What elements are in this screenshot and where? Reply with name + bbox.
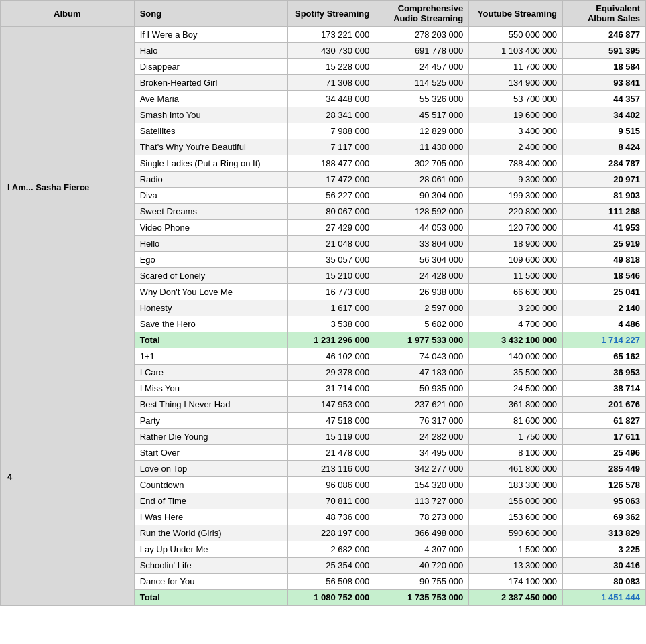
- equivalent-value: 36 953: [563, 365, 646, 381]
- spotify-value: 15 210 000: [288, 268, 375, 284]
- youtube-value: 8 100 000: [469, 445, 563, 461]
- total-spotify: 1 231 296 000: [288, 332, 375, 348]
- song-name: Schoolin' Life: [134, 558, 288, 574]
- spotify-value: 71 308 000: [288, 75, 375, 91]
- spotify-value: 28 341 000: [288, 107, 375, 123]
- table-row: I Am... Sasha FierceIf I Were a Boy173 2…: [1, 27, 646, 43]
- comprehensive-value: 90 304 000: [375, 188, 469, 204]
- song-name: Smash Into You: [134, 107, 288, 123]
- equivalent-value: 8 424: [563, 139, 646, 155]
- spotify-value: 7 117 000: [288, 139, 375, 155]
- comprehensive-value: 55 326 000: [375, 91, 469, 107]
- song-name: Diva: [134, 188, 288, 204]
- youtube-value: 2 400 000: [469, 139, 563, 155]
- youtube-value: 140 000 000: [469, 348, 563, 365]
- song-name: I Miss You: [134, 381, 288, 397]
- spotify-value: 47 518 000: [288, 413, 375, 429]
- song-name: That's Why You're Beautiful: [134, 139, 288, 155]
- equivalent-value: 18 546: [563, 268, 646, 284]
- total-label: Total: [134, 332, 288, 348]
- equivalent-value: 49 818: [563, 252, 646, 268]
- comprehensive-value: 90 755 000: [375, 574, 469, 590]
- youtube-value: 9 300 000: [469, 172, 563, 188]
- comprehensive-value: 26 938 000: [375, 284, 469, 300]
- youtube-value: 13 300 000: [469, 558, 563, 574]
- youtube-value: 3 400 000: [469, 123, 563, 139]
- comprehensive-value: 342 277 000: [375, 461, 469, 477]
- equivalent-value: 591 395: [563, 43, 646, 59]
- equivalent-value: 313 829: [563, 525, 646, 541]
- song-name: If I Were a Boy: [134, 27, 288, 43]
- equivalent-value: 2 140: [563, 300, 646, 316]
- equivalent-value: 81 903: [563, 188, 646, 204]
- youtube-value: 66 600 000: [469, 284, 563, 300]
- spotify-value: 188 477 000: [288, 155, 375, 172]
- spotify-value: 15 228 000: [288, 59, 375, 75]
- comprehensive-value: 4 307 000: [375, 541, 469, 558]
- song-name: I Was Here: [134, 509, 288, 525]
- youtube-value: 19 600 000: [469, 107, 563, 123]
- equivalent-value: 9 515: [563, 123, 646, 139]
- song-name: Hello: [134, 236, 288, 252]
- equivalent-value: 25 496: [563, 445, 646, 461]
- equivalent-value: 246 877: [563, 27, 646, 43]
- spotify-value: 70 811 000: [288, 493, 375, 509]
- header-comprehensive: Comprehensive Audio Streaming: [375, 1, 469, 27]
- equivalent-value: 38 714: [563, 381, 646, 397]
- total-youtube: 2 387 450 000: [469, 590, 563, 606]
- album-cell: 4: [1, 348, 135, 606]
- comprehensive-value: 154 320 000: [375, 477, 469, 493]
- total-equivalent: 1 714 227: [563, 332, 646, 348]
- header-spotify: Spotify Streaming: [288, 1, 375, 27]
- equivalent-value: 34 402: [563, 107, 646, 123]
- equivalent-value: 111 268: [563, 204, 646, 220]
- spotify-value: 27 429 000: [288, 220, 375, 236]
- youtube-value: 81 600 000: [469, 413, 563, 429]
- equivalent-value: 93 841: [563, 75, 646, 91]
- song-name: Ego: [134, 252, 288, 268]
- total-comprehensive: 1 735 753 000: [375, 590, 469, 606]
- comprehensive-value: 76 317 000: [375, 413, 469, 429]
- spotify-value: 17 472 000: [288, 172, 375, 188]
- equivalent-value: 4 486: [563, 316, 646, 332]
- comprehensive-value: 50 935 000: [375, 381, 469, 397]
- song-name: Radio: [134, 172, 288, 188]
- equivalent-value: 285 449: [563, 461, 646, 477]
- youtube-value: 11 500 000: [469, 268, 563, 284]
- song-name: I Care: [134, 365, 288, 381]
- comprehensive-value: 237 621 000: [375, 397, 469, 413]
- comprehensive-value: 278 203 000: [375, 27, 469, 43]
- header-equivalent: Equivalent Album Sales: [563, 1, 646, 27]
- song-name: Save the Hero: [134, 316, 288, 332]
- comprehensive-value: 113 727 000: [375, 493, 469, 509]
- album-cell: I Am... Sasha Fierce: [1, 27, 135, 348]
- total-youtube: 3 432 100 000: [469, 332, 563, 348]
- comprehensive-value: 302 705 000: [375, 155, 469, 172]
- youtube-value: 550 000 000: [469, 27, 563, 43]
- spotify-value: 35 057 000: [288, 252, 375, 268]
- song-name: Halo: [134, 43, 288, 59]
- youtube-value: 788 400 000: [469, 155, 563, 172]
- youtube-value: 1 103 400 000: [469, 43, 563, 59]
- equivalent-value: 126 578: [563, 477, 646, 493]
- youtube-value: 3 200 000: [469, 300, 563, 316]
- comprehensive-value: 40 720 000: [375, 558, 469, 574]
- equivalent-value: 41 953: [563, 220, 646, 236]
- equivalent-value: 95 063: [563, 493, 646, 509]
- spotify-value: 29 378 000: [288, 365, 375, 381]
- comprehensive-value: 691 778 000: [375, 43, 469, 59]
- song-name: Broken-Hearted Girl: [134, 75, 288, 91]
- song-name: Countdown: [134, 477, 288, 493]
- song-name: Dance for You: [134, 574, 288, 590]
- comprehensive-value: 47 183 000: [375, 365, 469, 381]
- youtube-value: 18 900 000: [469, 236, 563, 252]
- youtube-value: 120 700 000: [469, 220, 563, 236]
- equivalent-value: 284 787: [563, 155, 646, 172]
- spotify-value: 25 354 000: [288, 558, 375, 574]
- equivalent-value: 17 611: [563, 429, 646, 445]
- equivalent-value: 3 225: [563, 541, 646, 558]
- song-name: Rather Die Young: [134, 429, 288, 445]
- youtube-value: 590 600 000: [469, 525, 563, 541]
- spotify-value: 7 988 000: [288, 123, 375, 139]
- spotify-value: 147 953 000: [288, 397, 375, 413]
